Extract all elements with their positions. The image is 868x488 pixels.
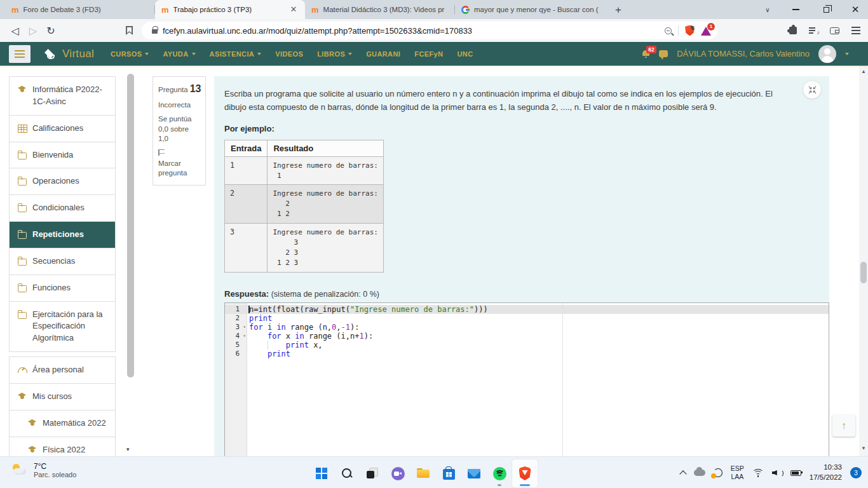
sidebar-item-matematica[interactable]: Matemática 2022 [10,410,115,437]
fold-icon[interactable]: ▾ [243,332,246,341]
sidebar-item-mis-cursos[interactable]: Mis cursos [10,384,115,410]
sidebar-item-calificaciones[interactable]: Calificaciones [10,116,115,142]
sidebar-item-repeticiones[interactable]: Repeticiones [10,222,115,248]
sidebar-item-operaciones[interactable]: Operaciones [10,168,115,195]
folder-icon [18,310,27,319]
weather-widget[interactable]: 7°C Parc. soleado [11,462,76,478]
notifications-bell-icon[interactable]: 62 [642,50,650,58]
menu-item-cursos[interactable]: CURSOS [111,50,149,58]
scrollbar-down-icon[interactable]: ▼ [861,445,866,451]
menu-item-asistencia[interactable]: ASISTENCIA [210,50,262,58]
graduation-cap-icon [18,85,27,94]
start-button[interactable] [309,459,334,487]
sidebar-scroll-down-icon[interactable]: ▾ [126,446,130,452]
page-scrollbar[interactable]: ▲ ▼ [859,66,868,456]
shield-badge: 1 [691,23,698,30]
back-button[interactable]: ◁ [6,25,24,37]
tab-close-icon[interactable]: ✕ [288,4,299,15]
user-name[interactable]: DÁVILA TOMASSI, Carlos Valentino [677,49,810,58]
text-cursor [248,306,250,313]
address-bar[interactable]: fcefyn.aulavirtual.unc.edu.ar/mod/quiz/a… [142,22,717,39]
site-logo[interactable]: Virtual [42,48,94,60]
battery-icon[interactable] [790,470,801,476]
search-button[interactable] [334,459,360,487]
tab-search-chevron-icon[interactable]: ∨ [755,0,780,19]
menu-item-unc[interactable]: UNC [457,50,473,58]
page-content: Informática P2022-1C-Asinc Calificacione… [0,66,868,456]
entrada-cell: 3 [225,224,268,273]
avatar[interactable] [818,45,836,63]
window-close-button[interactable]: ✕ [843,0,868,19]
sync-status-icon[interactable] [714,468,722,477]
sidebar-item-condicionales[interactable]: Condicionales [10,195,115,222]
extensions-icon[interactable] [789,27,797,34]
browser-menu-icon[interactable] [851,25,860,36]
menu-item-videos[interactable]: VIDEOS [275,50,303,58]
brave-rewards-icon[interactable]: 1 [701,27,711,36]
tab-trabajo-practico[interactable]: m Trabajo práctico 3 (TP3) ✕ [155,0,305,19]
forward-button[interactable]: ▷ [24,25,42,37]
code-editor[interactable]: 1 2 3▾ 4▾ 5 6 n=int(float(raw_input("Ing… [224,302,829,456]
collapse-question-button[interactable] [803,80,822,99]
menu-item-ayuda[interactable]: AYUDA [163,50,195,58]
graduation-cap-icon [28,445,37,454]
tab-google-search[interactable]: mayor que y menor qye - Buscar con ( [455,0,605,19]
url-text[interactable]: fcefyn.aulavirtual.unc.edu.ar/mod/quiz/a… [163,26,472,36]
volume-icon[interactable] [772,468,782,477]
sidebar-item-fisica[interactable]: Física 2022 [10,437,115,456]
menu-item-fcefyn[interactable]: FCEFyN [414,50,443,58]
window-minimize-button[interactable] [783,0,808,19]
entrada-cell: 1 [225,156,268,185]
task-view-button[interactable] [360,459,385,487]
tray-overflow-chevron-icon[interactable] [679,470,686,477]
onedrive-icon[interactable] [694,470,705,476]
sidebar-item-area-personal[interactable]: Área personal [10,357,115,384]
spotify-button[interactable] [487,459,512,487]
sidebar-item-ejercitacion[interactable]: Ejercitación para la Especificación Algo… [10,302,115,352]
navbar-menu: CURSOS AYUDA ASISTENCIA VIDEOS LIBROS GU… [111,50,473,58]
tab-title: mayor que y menor qye - Buscar con ( [474,6,599,13]
messages-icon[interactable] [659,50,668,57]
reload-button[interactable]: ↻ [42,25,60,37]
tab-foro-debate[interactable]: m Foro de Debate 3 (FD3) [5,0,155,19]
mail-button[interactable] [461,459,487,487]
lock-icon[interactable] [152,29,158,34]
scrollbar-up-icon[interactable]: ▲ [861,69,866,74]
column-header-resultado: Resultado [268,140,384,156]
sidebar-item-secuencias[interactable]: Secuencias [10,248,115,275]
user-menu-chevron-icon[interactable] [845,53,849,55]
weather-temp: 7°C [34,462,76,471]
sidebar-item-funciones[interactable]: Funciones [10,275,115,302]
sidebar-item-bienvenida[interactable]: Bienvenida [10,142,115,169]
microsoft-store-button[interactable] [436,459,461,487]
brave-button[interactable] [512,459,538,487]
taskbar-app-icons [309,457,538,488]
tab-material-didactico[interactable]: m Material Didáctico 3 (MD3): Videos pr [305,0,455,19]
menu-item-guarani[interactable]: GUARANI [366,50,400,58]
question-status: Incorrecta [158,100,200,111]
menu-item-libros[interactable]: LIBROS [317,50,352,58]
bookmark-icon[interactable] [126,26,133,35]
window-restore-button[interactable] [813,0,839,19]
editor-code-area[interactable]: n=int(float(raw_input("Ingrese numero de… [247,303,829,456]
sidebar-scrollbar[interactable] [127,74,134,377]
fold-icon[interactable]: ▾ [243,323,246,332]
sidebar-scrollbar-thumb[interactable] [127,74,134,377]
drawer-toggle-button[interactable] [9,45,31,63]
mail-icon [468,469,480,478]
wallet-icon[interactable] [830,27,839,34]
file-explorer-button[interactable] [410,459,436,487]
new-tab-button[interactable]: + [611,1,625,19]
notification-center-badge[interactable]: 3 [850,467,862,478]
page-scrollbar-thumb[interactable] [860,262,867,283]
chat-button[interactable] [385,459,410,487]
playlist-icon[interactable] [809,27,818,34]
language-indicator[interactable]: ESP LAA [731,464,744,480]
clock[interactable]: 10:33 17/5/2022 [810,463,842,482]
wifi-icon[interactable] [752,469,764,477]
zoom-out-icon[interactable] [665,27,672,34]
flag-question[interactable]: Marcar pregunta [158,149,200,179]
brave-shield-icon[interactable]: 1 [685,25,695,36]
sidebar-item-course[interactable]: Informática P2022-1C-Asinc [10,77,115,116]
scroll-to-top-button[interactable]: ↑ [832,415,855,437]
